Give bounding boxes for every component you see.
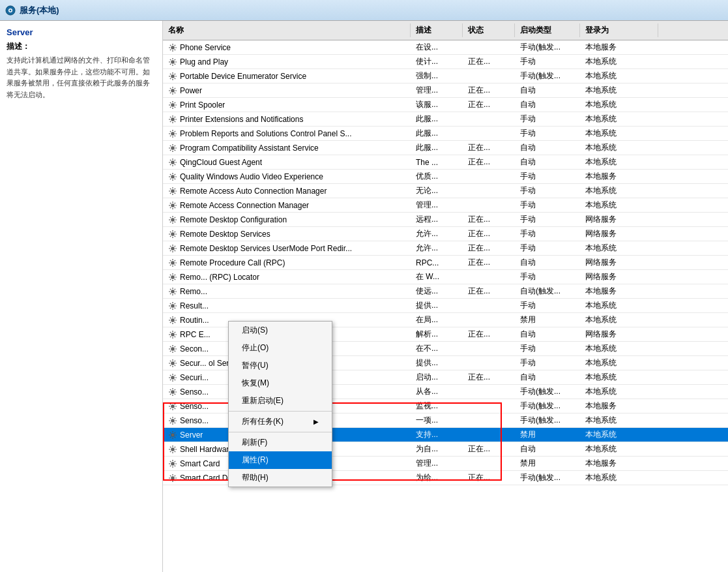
service-startup: 手动 [515, 356, 580, 370]
menu-item-help[interactable]: 帮助(H) [229, 469, 332, 487]
menu-item-stop[interactable]: 停止(O) [229, 339, 332, 357]
table-row[interactable]: Quality Windows Audio Video Experience 优… [163, 170, 728, 184]
service-status [463, 391, 515, 393]
service-status [463, 305, 515, 307]
service-desc: 一项... [411, 414, 463, 427]
service-desc: 从各... [411, 385, 463, 399]
table-row[interactable]: Remote Desktop Services UserMode Port Re… [163, 241, 728, 256]
service-logon: 网络服务 [580, 213, 658, 226]
service-startup: 手动 [515, 299, 580, 312]
service-desc: 为自... [411, 442, 463, 456]
service-status [463, 419, 515, 422]
service-status: 正在... [463, 155, 515, 169]
menu-item-restart[interactable]: 重新启动(E) [229, 392, 332, 410]
table-row[interactable]: Plug and Play 使计... 正在... 手动 本地系统 [163, 55, 728, 69]
col-status[interactable]: 状态 [463, 23, 515, 37]
service-status [463, 348, 515, 350]
menu-label: 刷新(F) [242, 437, 267, 448]
service-logon: 本地系统 [580, 313, 658, 327]
service-startup: 手动 [515, 170, 580, 183]
service-name-label: Program Compatibility Assistant Service [180, 143, 319, 153]
service-status: 正在... [463, 98, 515, 112]
service-status: 正在... [463, 141, 515, 155]
service-startup: 自动 [515, 256, 580, 269]
service-status [463, 190, 515, 192]
service-startup: 手动(触发... [515, 414, 580, 427]
table-row[interactable]: QingCloud Guest Agent The ... 正在... 自动 本… [163, 155, 728, 170]
col-startup[interactable]: 启动类型 [515, 23, 580, 37]
service-desc: 允许... [411, 227, 463, 241]
table-body[interactable]: Phone Service 在设... 手动(触发... 本地服务 Plug a… [163, 40, 728, 572]
service-logon: 本地系统 [580, 141, 658, 155]
table-row[interactable]: Printer Extensions and Notifications 此服.… [163, 112, 728, 127]
context-menu: 启动(S)停止(O)暂停(U)恢复(M)重新启动(E)所有任务(K)▶刷新(F)… [228, 321, 332, 487]
service-startup: 自动 [515, 141, 580, 155]
service-status: 正在... [463, 256, 515, 269]
menu-label: 帮助(H) [242, 472, 269, 483]
table-row[interactable]: Remote Desktop Configuration 远程... 正在...… [163, 213, 728, 227]
service-desc: 启动... [411, 370, 463, 384]
title-bar: 服务(本地) [0, 0, 728, 21]
table-row[interactable]: Print Spooler 该服... 正在... 自动 本地系统 [163, 98, 728, 112]
table-row[interactable]: Remote Procedure Call (RPC) RPC... 正在...… [163, 256, 728, 270]
service-status [463, 462, 515, 465]
service-desc: 此服... [411, 127, 463, 140]
service-logon: 网络服务 [580, 270, 658, 284]
table-row[interactable]: Program Compatibility Assistant Service … [163, 141, 728, 155]
service-status [463, 75, 515, 78]
table-row[interactable]: Result... 提供... 手动 本地系统 [163, 299, 728, 313]
table-row[interactable]: Remo... 使远... 正在... 自动(触发... 本地服务 [163, 284, 728, 299]
svg-point-22 [171, 318, 175, 322]
service-logon: 网络服务 [580, 227, 658, 241]
table-row[interactable]: Power 管理... 正在... 自动 本地系统 [163, 83, 728, 98]
menu-item-properties[interactable]: 属性(R) [229, 451, 332, 469]
svg-point-3 [171, 46, 175, 49]
col-desc[interactable]: 描述 [411, 23, 463, 37]
services-icon [5, 5, 16, 16]
service-startup: 手动(触发... [515, 69, 580, 83]
svg-point-31 [171, 447, 175, 451]
col-logon[interactable]: 登录为 [580, 23, 658, 37]
svg-point-23 [171, 333, 175, 336]
service-logon: 本地服务 [580, 40, 658, 54]
service-startup: 自动 [515, 442, 580, 456]
menu-item-refresh[interactable]: 刷新(F) [229, 434, 332, 451]
col-name[interactable]: 名称 [163, 23, 411, 37]
service-logon: 本地系统 [580, 55, 658, 68]
menu-separator [229, 411, 332, 412]
service-name-label: Remote Desktop Configuration [180, 215, 287, 224]
service-startup: 禁用 [515, 313, 580, 327]
service-name-label: Server [180, 430, 203, 440]
table-row[interactable]: Remote Access Connection Manager 管理... 手… [163, 198, 728, 213]
svg-point-19 [171, 275, 175, 278]
table-row[interactable]: Phone Service 在设... 手动(触发... 本地服务 [163, 40, 728, 55]
service-desc: 使计... [411, 55, 463, 68]
service-desc: RPC... [411, 257, 463, 269]
service-startup: 手动(触发... [515, 471, 580, 485]
service-startup: 手动 [515, 213, 580, 226]
service-name-label: Problem Reports and Solutions Control Pa… [180, 129, 351, 138]
table-row[interactable]: Problem Reports and Solutions Control Pa… [163, 127, 728, 141]
service-status: 正在... [463, 241, 515, 255]
service-name-label: Phone Service [180, 43, 231, 52]
service-status: 正在... [463, 284, 515, 298]
service-name-label: Remote Access Connection Manager [180, 201, 309, 210]
table-row[interactable]: Portable Device Enumerator Service 强制...… [163, 69, 728, 83]
svg-point-16 [171, 232, 175, 235]
menu-item-start[interactable]: 启动(S) [229, 322, 332, 339]
table-row[interactable]: Remote Desktop Services 允许... 正在... 手动 网… [163, 227, 728, 241]
service-name-label: Printer Extensions and Notifications [180, 115, 303, 124]
menu-item-pause[interactable]: 暂停(U) [229, 357, 332, 374]
service-desc: 此服... [411, 112, 463, 126]
service-startup: 自动 [515, 327, 580, 341]
menu-item-resume[interactable]: 恢复(M) [229, 374, 332, 392]
table-row[interactable]: Remote Access Auto Connection Manager 无论… [163, 184, 728, 198]
service-logon: 本地系统 [580, 385, 658, 399]
table-row[interactable]: Remo... (RPC) Locator 在 W... 手动 网络服务 [163, 270, 728, 284]
service-logon: 本地系统 [580, 442, 658, 456]
svg-point-32 [171, 462, 175, 465]
service-startup: 自动 [515, 155, 580, 169]
menu-item-alltasks[interactable]: 所有任务(K)▶ [229, 413, 332, 430]
service-startup: 手动 [515, 241, 580, 255]
svg-point-2 [10, 9, 12, 11]
